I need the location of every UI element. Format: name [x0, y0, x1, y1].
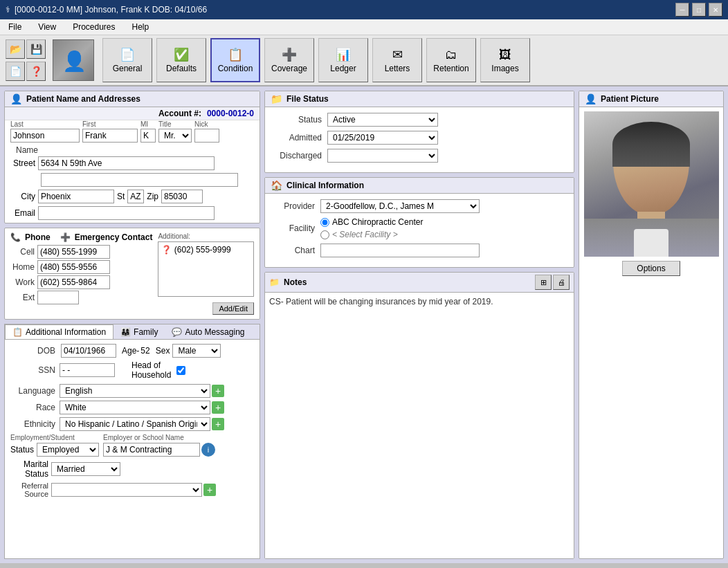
- notes-header: 📁 Notes ⊞ 🖨: [265, 273, 574, 293]
- street-label: Street: [10, 158, 35, 168]
- patient-picture-header: 👤 Patient Picture: [579, 91, 723, 107]
- race-add-button[interactable]: +: [212, 401, 224, 414]
- ext-row: Ext: [10, 291, 152, 304]
- tab-defaults[interactable]: ✅ Defaults: [156, 38, 206, 82]
- mi-col: MI: [140, 120, 156, 143]
- notes-grid-button[interactable]: ⊞: [535, 275, 552, 290]
- name-label: Name: [10, 145, 38, 155]
- defaults-icon: ✅: [174, 47, 189, 62]
- ai-tab-automessaging[interactable]: 💬 Auto Messaging: [165, 324, 251, 339]
- zip-input[interactable]: [161, 190, 203, 203]
- email-input[interactable]: [38, 206, 215, 220]
- patient-pic-options-button[interactable]: Options: [622, 261, 680, 276]
- menu-file[interactable]: File: [6, 21, 24, 33]
- marital-status-label: MaritalStatus: [10, 459, 48, 479]
- new-icon[interactable]: 📄: [6, 62, 25, 81]
- chart-row: Chart: [273, 244, 565, 257]
- city-row: City St Zip: [5, 190, 260, 203]
- chart-input[interactable]: [320, 244, 480, 257]
- discharged-select[interactable]: [327, 149, 438, 163]
- ai-tab-additional[interactable]: 📋 Additional Information: [5, 324, 113, 339]
- add-edit-button[interactable]: Add/Edit: [212, 302, 254, 315]
- main-content: 👤 Patient Name and Addresses Account #: …: [0, 86, 728, 563]
- status-select[interactable]: Active Inactive: [327, 113, 438, 127]
- employer-info-button[interactable]: i: [201, 443, 215, 457]
- employer-input[interactable]: [103, 443, 200, 457]
- city-input[interactable]: [38, 190, 114, 203]
- discharged-label: Discharged: [273, 151, 322, 161]
- chart-label: Chart: [273, 246, 315, 255]
- maximize-button[interactable]: □: [692, 3, 706, 17]
- tab-images[interactable]: 🖼 Images: [480, 38, 530, 82]
- tab-retention[interactable]: 🗂 Retention: [426, 38, 476, 82]
- facility-radio-2: < Select Facility >: [320, 230, 423, 239]
- help-icon[interactable]: ❓: [26, 62, 46, 81]
- tab-general[interactable]: 📄 General: [102, 38, 152, 82]
- file-status-header: 📁 File Status: [265, 91, 574, 107]
- cell-input[interactable]: [37, 245, 110, 259]
- additional-phone-box: ❓ (602) 555-9999: [158, 241, 254, 297]
- language-add-button[interactable]: +: [212, 385, 224, 397]
- referral-add-button[interactable]: +: [203, 484, 216, 496]
- coverage-icon: ➕: [282, 47, 297, 62]
- employment-student-label: Employment/Student: [10, 434, 99, 441]
- race-row: Race White +: [10, 401, 254, 414]
- close-button[interactable]: ✕: [709, 3, 722, 17]
- sex-label: Sex: [156, 346, 170, 356]
- state-input[interactable]: [127, 190, 144, 203]
- employment-status-select[interactable]: Employed Student Retired Unemployed: [37, 443, 99, 457]
- facility-select-label: < Select Facility >: [332, 230, 398, 239]
- notes-content: CS- Patient will be changing insurances …: [269, 297, 493, 306]
- street-input[interactable]: [38, 156, 215, 170]
- last-name-input[interactable]: [10, 129, 80, 143]
- first-name-input[interactable]: [82, 129, 138, 143]
- admitted-select[interactable]: 01/25/2019: [327, 131, 438, 145]
- referral-select[interactable]: [51, 483, 202, 497]
- images-icon: 🖼: [499, 48, 511, 62]
- ext-label: Ext: [10, 293, 35, 302]
- help-icon: ❓: [161, 245, 172, 255]
- ethnicity-add-button[interactable]: +: [212, 418, 224, 430]
- ai-tab-family[interactable]: 👨‍👩‍👧 Family: [113, 324, 165, 339]
- open-folder-icon[interactable]: 📂: [6, 39, 25, 59]
- provider-select[interactable]: 2-Goodfellow, D.C., James M: [320, 199, 480, 213]
- work-input[interactable]: [37, 275, 110, 289]
- menu-help[interactable]: Help: [129, 21, 152, 33]
- menu-view[interactable]: View: [35, 21, 59, 33]
- notes-body: CS- Patient will be changing insurances …: [265, 293, 574, 558]
- employment-section: Employment/Student Status Employed Stude…: [10, 434, 254, 457]
- ledger-icon: 📊: [336, 47, 351, 62]
- facility-label: Facility: [273, 223, 315, 233]
- street2-input[interactable]: [41, 173, 238, 187]
- discharged-row: Discharged: [273, 149, 565, 163]
- notes-toolbar-buttons: ⊞ 🖨: [535, 275, 570, 290]
- menu-procedures[interactable]: Procedures: [70, 21, 118, 33]
- minimize-button[interactable]: ─: [675, 3, 689, 17]
- tab-coverage[interactable]: ➕ Coverage: [264, 38, 314, 82]
- sex-select[interactable]: Male Female: [172, 344, 221, 358]
- title-select[interactable]: Mr. Mrs. Ms. Dr.: [158, 129, 192, 143]
- home-row: Home: [10, 260, 152, 274]
- patient-pic-body: Options: [579, 107, 723, 280]
- mi-input[interactable]: [140, 129, 156, 143]
- home-input[interactable]: [37, 260, 110, 274]
- tab-ledger[interactable]: 📊 Ledger: [318, 38, 368, 82]
- hoh-checkbox[interactable]: [176, 366, 185, 375]
- facility-radio-abc[interactable]: [320, 218, 329, 227]
- tab-letters[interactable]: ✉ Letters: [372, 38, 422, 82]
- phone-section: 📞 Phone ➕ Emergency Contact Cell Home: [4, 228, 260, 320]
- dob-input[interactable]: [61, 344, 116, 358]
- race-select[interactable]: White: [60, 401, 210, 414]
- notes-print-button[interactable]: 🖨: [553, 275, 570, 290]
- facility-row: Facility ABC Chiropractic Center < Selec…: [273, 217, 565, 239]
- facility-radio-select[interactable]: [320, 230, 329, 239]
- ssn-input[interactable]: [60, 363, 115, 377]
- language-select[interactable]: English: [60, 384, 210, 398]
- save-icon[interactable]: 💾: [26, 39, 46, 59]
- ethnicity-select[interactable]: No Hispanic / Latino / Spanish Origin: [60, 417, 210, 431]
- nick-input[interactable]: [194, 129, 219, 143]
- account-number: 0000-0012-0: [207, 109, 254, 118]
- tab-condition[interactable]: 📋 Condition: [210, 38, 260, 82]
- marital-status-select[interactable]: Married Single Divorced Widowed: [51, 462, 120, 476]
- ext-input[interactable]: [37, 291, 79, 304]
